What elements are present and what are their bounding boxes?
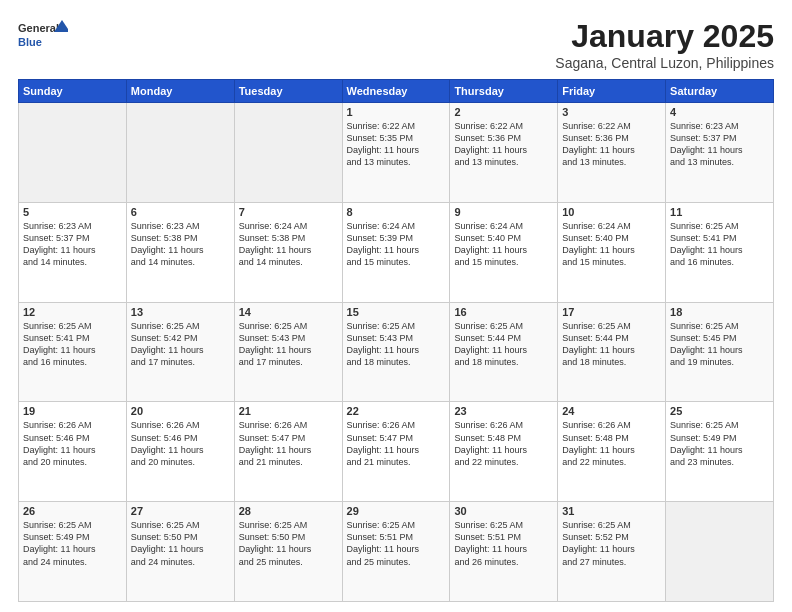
svg-text:Blue: Blue [18, 36, 42, 48]
day-info: Sunrise: 6:23 AM [131, 220, 230, 232]
day-info: Sunset: 5:42 PM [131, 332, 230, 344]
day-number: 3 [562, 106, 661, 118]
day-number: 4 [670, 106, 769, 118]
day-info: Sunrise: 6:22 AM [454, 120, 553, 132]
day-info: Daylight: 11 hours [562, 144, 661, 156]
location: Sagana, Central Luzon, Philippines [555, 55, 774, 71]
day-number: 15 [347, 306, 446, 318]
calendar-cell: 27Sunrise: 6:25 AMSunset: 5:50 PMDayligh… [126, 502, 234, 602]
day-info: Sunrise: 6:26 AM [239, 419, 338, 431]
calendar-cell: 30Sunrise: 6:25 AMSunset: 5:51 PMDayligh… [450, 502, 558, 602]
day-number: 24 [562, 405, 661, 417]
day-info: Daylight: 11 hours [454, 444, 553, 456]
day-info: Sunset: 5:51 PM [347, 531, 446, 543]
day-info: Sunrise: 6:25 AM [670, 419, 769, 431]
week-row-2: 12Sunrise: 6:25 AMSunset: 5:41 PMDayligh… [19, 302, 774, 402]
day-info: Sunset: 5:52 PM [562, 531, 661, 543]
day-info: Daylight: 11 hours [670, 444, 769, 456]
day-info: and 15 minutes. [454, 256, 553, 268]
day-info: Sunset: 5:36 PM [454, 132, 553, 144]
day-info: Sunrise: 6:26 AM [454, 419, 553, 431]
calendar-cell: 6Sunrise: 6:23 AMSunset: 5:38 PMDaylight… [126, 202, 234, 302]
day-number: 12 [23, 306, 122, 318]
calendar-cell: 4Sunrise: 6:23 AMSunset: 5:37 PMDaylight… [666, 103, 774, 203]
day-info: Daylight: 11 hours [562, 344, 661, 356]
day-info: Sunset: 5:50 PM [131, 531, 230, 543]
day-number: 8 [347, 206, 446, 218]
week-row-4: 26Sunrise: 6:25 AMSunset: 5:49 PMDayligh… [19, 502, 774, 602]
day-info: Sunrise: 6:24 AM [347, 220, 446, 232]
calendar-cell: 8Sunrise: 6:24 AMSunset: 5:39 PMDaylight… [342, 202, 450, 302]
day-number: 1 [347, 106, 446, 118]
logo: General Blue [18, 18, 68, 54]
day-number: 29 [347, 505, 446, 517]
day-info: Sunset: 5:44 PM [454, 332, 553, 344]
day-number: 11 [670, 206, 769, 218]
day-info: Sunrise: 6:22 AM [347, 120, 446, 132]
day-info: Sunrise: 6:25 AM [347, 519, 446, 531]
day-info: Sunrise: 6:25 AM [239, 320, 338, 332]
day-info: Daylight: 11 hours [131, 344, 230, 356]
day-info: Daylight: 11 hours [347, 444, 446, 456]
day-info: Sunrise: 6:25 AM [454, 320, 553, 332]
day-info: Sunrise: 6:26 AM [131, 419, 230, 431]
calendar-cell: 20Sunrise: 6:26 AMSunset: 5:46 PMDayligh… [126, 402, 234, 502]
day-number: 26 [23, 505, 122, 517]
day-info: Sunrise: 6:23 AM [670, 120, 769, 132]
calendar-cell: 14Sunrise: 6:25 AMSunset: 5:43 PMDayligh… [234, 302, 342, 402]
day-info: Daylight: 11 hours [454, 344, 553, 356]
day-info: Daylight: 11 hours [562, 543, 661, 555]
calendar-cell: 5Sunrise: 6:23 AMSunset: 5:37 PMDaylight… [19, 202, 127, 302]
day-info: Sunset: 5:49 PM [23, 531, 122, 543]
day-info: Sunrise: 6:25 AM [670, 220, 769, 232]
day-info: Sunset: 5:46 PM [131, 432, 230, 444]
page-header: General Blue January 2025 Sagana, Centra… [18, 18, 774, 71]
weekday-header-sunday: Sunday [19, 80, 127, 103]
calendar-cell: 13Sunrise: 6:25 AMSunset: 5:42 PMDayligh… [126, 302, 234, 402]
day-info: Sunset: 5:48 PM [454, 432, 553, 444]
weekday-header-row: SundayMondayTuesdayWednesdayThursdayFrid… [19, 80, 774, 103]
day-info: and 21 minutes. [347, 456, 446, 468]
day-info: Sunset: 5:45 PM [670, 332, 769, 344]
day-info: and 24 minutes. [23, 556, 122, 568]
day-number: 17 [562, 306, 661, 318]
calendar-cell: 24Sunrise: 6:26 AMSunset: 5:48 PMDayligh… [558, 402, 666, 502]
day-number: 21 [239, 405, 338, 417]
day-info: Sunrise: 6:24 AM [454, 220, 553, 232]
day-number: 27 [131, 505, 230, 517]
weekday-header-friday: Friday [558, 80, 666, 103]
day-info: Sunset: 5:40 PM [454, 232, 553, 244]
week-row-1: 5Sunrise: 6:23 AMSunset: 5:37 PMDaylight… [19, 202, 774, 302]
day-info: and 18 minutes. [347, 356, 446, 368]
day-info: and 21 minutes. [239, 456, 338, 468]
day-info: Daylight: 11 hours [131, 543, 230, 555]
day-info: and 18 minutes. [562, 356, 661, 368]
day-info: and 13 minutes. [562, 156, 661, 168]
day-info: Sunset: 5:41 PM [23, 332, 122, 344]
day-info: and 13 minutes. [347, 156, 446, 168]
day-info: Daylight: 11 hours [562, 444, 661, 456]
calendar-cell: 17Sunrise: 6:25 AMSunset: 5:44 PMDayligh… [558, 302, 666, 402]
day-info: and 18 minutes. [454, 356, 553, 368]
calendar-cell: 29Sunrise: 6:25 AMSunset: 5:51 PMDayligh… [342, 502, 450, 602]
day-info: and 13 minutes. [670, 156, 769, 168]
day-info: Sunrise: 6:25 AM [23, 320, 122, 332]
day-number: 14 [239, 306, 338, 318]
day-info: Sunset: 5:43 PM [239, 332, 338, 344]
day-info: and 15 minutes. [347, 256, 446, 268]
calendar-cell: 1Sunrise: 6:22 AMSunset: 5:35 PMDaylight… [342, 103, 450, 203]
day-number: 9 [454, 206, 553, 218]
calendar-cell: 11Sunrise: 6:25 AMSunset: 5:41 PMDayligh… [666, 202, 774, 302]
calendar-cell: 10Sunrise: 6:24 AMSunset: 5:40 PMDayligh… [558, 202, 666, 302]
day-info: and 19 minutes. [670, 356, 769, 368]
day-info: and 14 minutes. [23, 256, 122, 268]
day-info: and 14 minutes. [131, 256, 230, 268]
day-info: Sunset: 5:50 PM [239, 531, 338, 543]
day-info: Daylight: 11 hours [347, 543, 446, 555]
day-number: 23 [454, 405, 553, 417]
day-info: and 13 minutes. [454, 156, 553, 168]
day-info: and 20 minutes. [23, 456, 122, 468]
calendar-cell: 25Sunrise: 6:25 AMSunset: 5:49 PMDayligh… [666, 402, 774, 502]
day-info: Sunrise: 6:25 AM [670, 320, 769, 332]
day-info: Sunrise: 6:24 AM [562, 220, 661, 232]
